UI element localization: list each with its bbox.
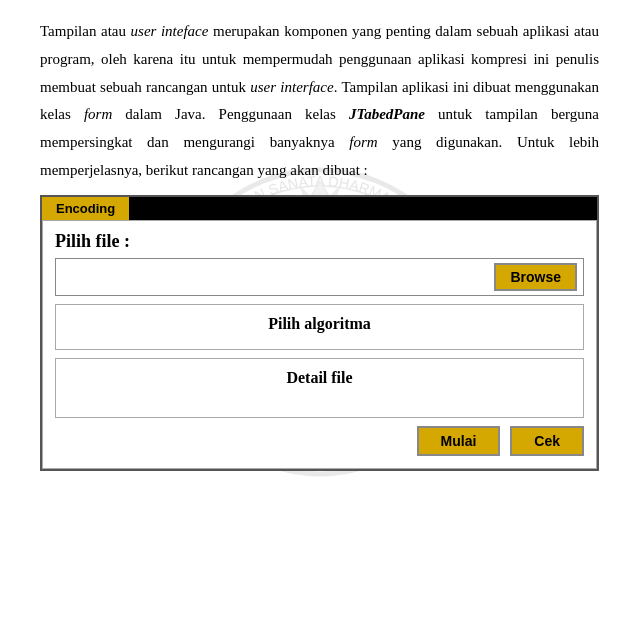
tab-bar: Encoding	[42, 197, 597, 220]
body-paragraph: Tampilan atau user inteface merupakan ko…	[40, 18, 599, 185]
algorithm-title: Pilih algoritma	[64, 315, 575, 333]
action-row: Mulai Cek	[55, 426, 584, 456]
para-italic-3: form	[84, 106, 112, 122]
detail-section: Detail file	[55, 358, 584, 418]
detail-title: Detail file	[64, 369, 575, 387]
ui-panel: Encoding Pilih file : Browse Pilih algor…	[40, 195, 599, 471]
para-italic-4: JTabedPane	[349, 106, 425, 122]
mulai-button[interactable]: Mulai	[417, 426, 501, 456]
file-section: Pilih file : Browse	[55, 231, 584, 296]
tab-encoding[interactable]: Encoding	[42, 197, 129, 220]
para-text-1: Tampilan atau	[40, 23, 131, 39]
para-italic-1: user inteface	[131, 23, 209, 39]
para-italic-5: form	[349, 134, 377, 150]
file-row: Browse	[55, 258, 584, 296]
browse-button[interactable]: Browse	[494, 263, 577, 291]
para-text-4: dalam Java. Penggunaan kelas	[112, 106, 349, 122]
algorithm-section: Pilih algoritma	[55, 304, 584, 350]
file-label: Pilih file :	[55, 231, 584, 252]
para-italic-2: user interface	[250, 79, 333, 95]
file-path-input[interactable]	[62, 269, 488, 285]
page-content: Tampilan atau user inteface merupakan ko…	[0, 0, 639, 481]
cek-button[interactable]: Cek	[510, 426, 584, 456]
panel-body: Pilih file : Browse Pilih algoritma Deta…	[42, 220, 597, 469]
